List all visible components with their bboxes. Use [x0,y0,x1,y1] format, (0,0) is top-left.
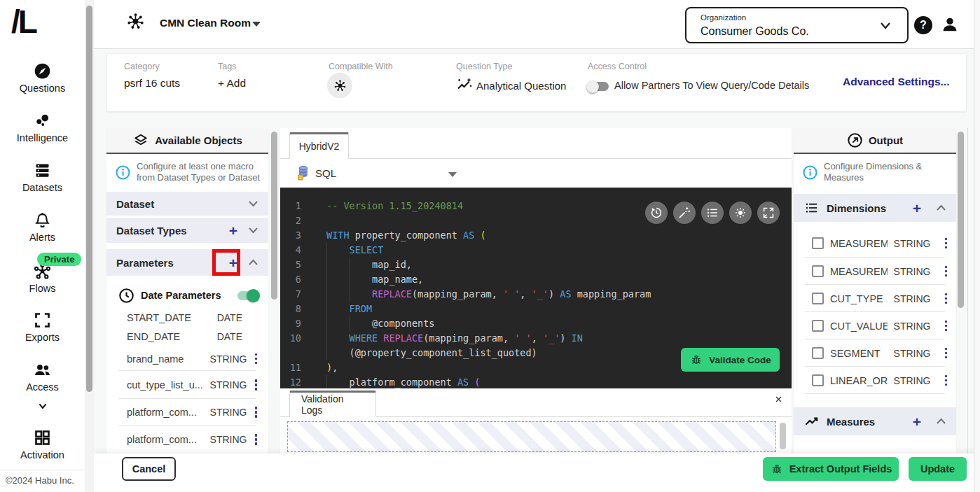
dimensions-list-icon [803,200,820,216]
divider [967,128,968,454]
dimension-row: CUT_VALUE STRING [794,312,956,339]
caret-down-icon[interactable] [252,22,261,27]
extract-output-fields-button[interactable]: Extract Output Fields [763,457,899,481]
dimension-checkbox[interactable] [812,293,824,304]
parameter-type: DATE [217,312,242,323]
extract-output-fields-label: Extract Output Fields [789,463,892,475]
dimension-checkbox[interactable] [812,320,824,332]
bottom-action-bar: Cancel Extract Output Fields Update [94,454,980,492]
kebab-menu-icon[interactable] [254,433,259,447]
section-parameters[interactable]: Parameters + [106,249,268,276]
sidebar-item-datasets[interactable]: Datasets [0,161,85,193]
sidebar-item-exports[interactable]: Exports [0,311,85,343]
sidebar-item-access[interactable]: Access [0,360,85,393]
close-icon[interactable] [773,393,785,405]
panel-title: Output [869,134,903,146]
date-parameters-toggle[interactable] [237,291,258,300]
dimension-type: STRING [894,321,931,332]
add-tag-button[interactable]: + Add [218,77,246,90]
measures-section-header[interactable]: Measures + [794,407,956,435]
tab-validation-logs[interactable]: Validation Logs [289,391,376,417]
section-label: Dataset Types [116,225,229,237]
parameter-row: platform_com... STRING [106,399,268,426]
dimensions-label: Dimensions [827,202,906,214]
kebab-menu-icon[interactable] [944,346,949,360]
info-icon [116,165,130,180]
help-button[interactable]: ? [914,16,932,34]
dimension-checkbox[interactable] [812,374,824,386]
compatible-clean-room-chip[interactable] [327,73,352,98]
update-button[interactable]: Update [909,457,967,481]
output-header: Output [794,128,956,154]
organization-value: Consumer Goods Co. [701,25,809,38]
kebab-menu-icon[interactable] [944,237,949,251]
parameter-type: STRING [210,353,247,365]
cancel-button[interactable]: Cancel [122,457,176,481]
add-measure-button[interactable]: + [913,414,921,429]
right-panel-scrollbar-thumb[interactable] [958,132,964,308]
chevron-down-icon[interactable] [247,199,259,208]
chevron-down-icon[interactable] [247,226,259,234]
kebab-menu-icon[interactable] [254,352,259,366]
clean-room-icon [126,12,145,31]
advanced-settings-link[interactable]: Advanced Settings... [843,76,949,88]
fullscreen-button[interactable] [757,202,780,224]
parameter-name: END_DATE [127,331,180,342]
sidebar-item-activation[interactable]: Activation [0,428,85,461]
chevron-up-icon[interactable] [247,258,259,267]
code-line-6: 6map_name, [280,272,792,287]
kebab-menu-icon[interactable] [254,378,259,392]
allow-partners-toggle[interactable] [588,82,609,91]
measures-label: Measures [827,416,906,428]
code-line-3: 3WITH property_component AS ( [280,228,792,243]
dimensions-section-header[interactable]: Dimensions + [794,194,956,222]
history-button[interactable] [645,202,668,224]
scrollbar-thumb[interactable] [86,6,92,392]
organization-selector[interactable]: Organization Consumer Goods Co. [685,7,909,43]
question-glyph: ? [920,19,927,31]
chevron-up-icon[interactable] [935,204,947,212]
bug-icon [770,462,784,476]
dimension-name: MEASUREME... [830,238,888,249]
user-icon[interactable] [940,15,960,34]
analytical-sparkle-icon [456,77,473,94]
add-dimension-button[interactable]: + [913,201,921,216]
caret-down-icon [448,172,457,178]
sidebar-item-flows[interactable]: Flows [0,262,85,294]
chevron-up-icon[interactable] [935,417,947,426]
logs-scrollbar-thumb[interactable] [780,423,786,449]
parameter-row: cut_type_list_u... STRING [106,372,268,398]
kebab-menu-icon[interactable] [944,374,949,388]
dimension-checkbox[interactable] [812,237,824,249]
kebab-menu-icon[interactable] [944,292,949,306]
kebab-menu-icon[interactable] [254,405,259,419]
dimension-name: CUT_VALUE [830,321,888,332]
dimension-checkbox[interactable] [812,347,824,359]
validate-code-button[interactable]: Validate Code [681,348,780,372]
format-wand-button[interactable] [673,202,696,224]
add-dataset-type-button[interactable]: + [229,223,237,238]
code-line-12: 12platform_component AS ( [280,375,792,388]
sidebar-item-questions[interactable]: Questions [0,62,85,94]
section-dataset-types[interactable]: Dataset Types + [106,218,268,243]
page-scrollbar[interactable] [974,0,980,492]
kebab-menu-icon[interactable] [944,265,949,279]
left-panel-scrollbar-thumb[interactable] [271,132,277,300]
sidebar-item-alerts[interactable]: Alerts [0,211,85,243]
list-button[interactable] [701,202,724,224]
liveramp-logo[interactable]: /L [11,3,36,41]
tab-hybridv2[interactable]: HybridV2 [289,132,349,159]
section-label: Dataset [116,198,247,210]
sidebar-scrollbar[interactable] [85,0,94,492]
section-dataset[interactable]: Dataset [106,192,268,216]
kebab-menu-icon[interactable] [944,319,949,333]
language-select-row[interactable]: SQL [280,159,792,188]
panel-title: Available Objects [155,134,242,146]
sidebar-item-intelligence[interactable]: Intelligence [0,111,85,143]
dimension-checkbox[interactable] [812,265,824,277]
sidebar-more-chevron[interactable] [0,400,85,413]
theme-brightness-button[interactable] [729,202,752,224]
corners-icon [33,311,52,330]
parameter-type: STRING [210,434,247,445]
clean-room-selector[interactable]: CMN Clean Room [160,17,251,29]
